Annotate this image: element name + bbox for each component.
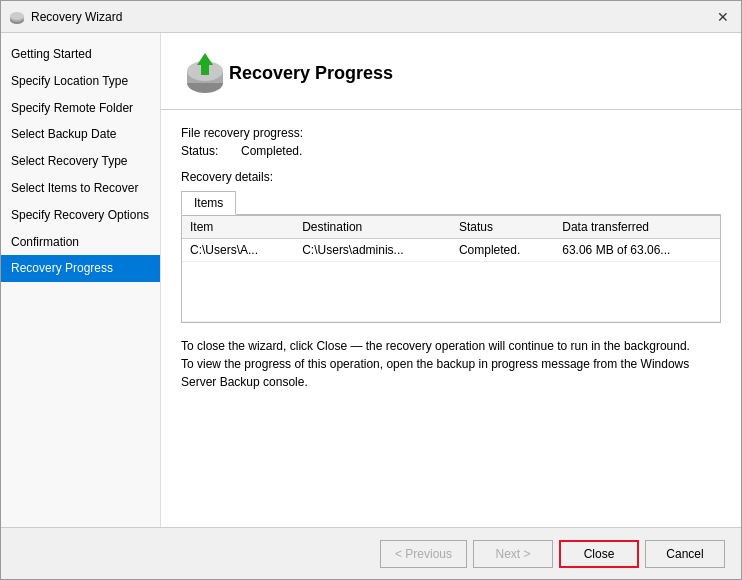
status-value: Completed. [241,144,302,158]
previous-button[interactable]: < Previous [380,540,467,568]
recovery-wizard-window: Recovery Wizard ✕ Getting Started Specif… [0,0,742,580]
close-button[interactable]: Close [559,540,639,568]
sidebar-item-select-items-to-recover[interactable]: Select Items to Recover [1,175,160,202]
tab-bar: Items [181,190,721,215]
tab-items[interactable]: Items [181,191,236,215]
header-area: Recovery Progress [161,33,741,110]
close-window-button[interactable]: ✕ [713,7,733,27]
cell-item: C:\Users\A... [182,239,294,262]
sidebar-item-confirmation[interactable]: Confirmation [1,229,160,256]
cell-status: Completed. [451,239,554,262]
file-recovery-progress-label: File recovery progress: [181,126,721,140]
next-button[interactable]: Next > [473,540,553,568]
info-text-2: To view the progress of this operation, … [181,357,689,389]
title-bar-text: Recovery Wizard [31,10,713,24]
header-icon [181,49,229,97]
empty-row [182,262,720,322]
sidebar-item-getting-started[interactable]: Getting Started [1,41,160,68]
recovery-table-container: Item Destination Status Data transferred… [181,215,721,323]
recovery-details-label: Recovery details: [181,170,721,184]
col-destination: Destination [294,216,451,239]
sidebar-item-specify-remote-folder[interactable]: Specify Remote Folder [1,95,160,122]
sidebar-item-select-recovery-type[interactable]: Select Recovery Type [1,148,160,175]
table-header-row: Item Destination Status Data transferred [182,216,720,239]
info-text: To close the wizard, click Close — the r… [181,337,721,391]
sidebar: Getting Started Specify Location Type Sp… [1,33,161,527]
cell-data-transferred: 63.06 MB of 63.06... [554,239,720,262]
recovery-table: Item Destination Status Data transferred… [182,216,720,322]
cancel-button[interactable]: Cancel [645,540,725,568]
sidebar-item-recovery-progress[interactable]: Recovery Progress [1,255,160,282]
info-text-1: To close the wizard, click Close — the r… [181,339,690,353]
main-panel: Recovery Progress File recovery progress… [161,33,741,527]
content-area: Getting Started Specify Location Type Sp… [1,33,741,527]
main-content: File recovery progress: Status: Complete… [161,110,741,527]
sidebar-item-select-backup-date[interactable]: Select Backup Date [1,121,160,148]
status-key: Status: [181,144,241,158]
window-icon [9,9,25,25]
header-title: Recovery Progress [229,63,393,84]
col-data-transferred: Data transferred [554,216,720,239]
col-status: Status [451,216,554,239]
status-row: Status: Completed. [181,144,721,158]
svg-point-2 [10,12,24,20]
footer: < Previous Next > Close Cancel [1,527,741,579]
cell-destination: C:\Users\adminis... [294,239,451,262]
sidebar-item-specify-recovery-options[interactable]: Specify Recovery Options [1,202,160,229]
col-item: Item [182,216,294,239]
table-row: C:\Users\A... C:\Users\adminis... Comple… [182,239,720,262]
title-bar: Recovery Wizard ✕ [1,1,741,33]
sidebar-item-specify-location-type[interactable]: Specify Location Type [1,68,160,95]
